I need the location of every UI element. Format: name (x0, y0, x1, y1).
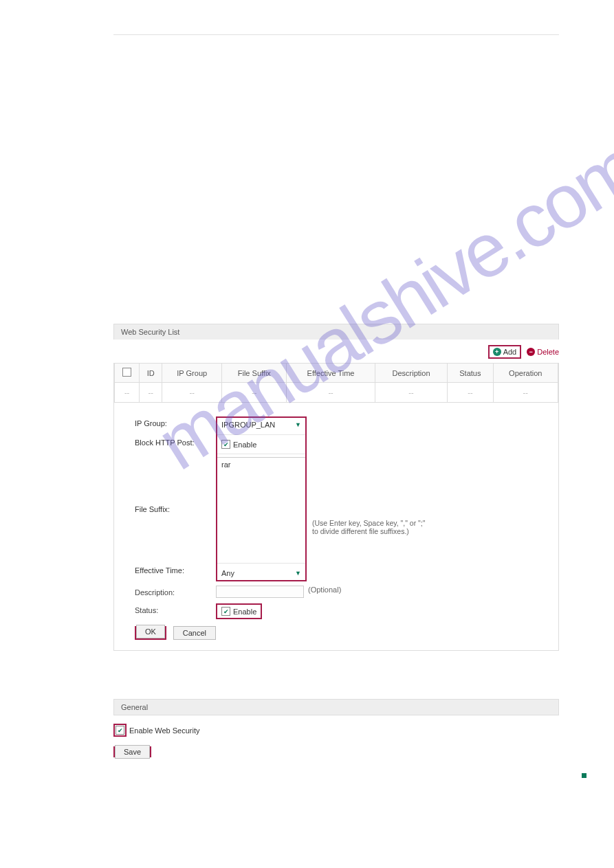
minus-icon: − (527, 348, 535, 356)
col-effectivetime: Effective Time (287, 364, 375, 383)
web-security-panel-body: ID IP Group File Suffix Effective Time D… (113, 363, 559, 651)
col-status: Status (448, 364, 493, 383)
cell-empty: -- (162, 383, 222, 403)
cancel-button[interactable]: Cancel (173, 626, 216, 640)
chevron-down-icon: ▼ (295, 421, 301, 428)
block-http-label: Block HTTP Post: (135, 436, 216, 455)
status-checkbox[interactable]: ✔ (221, 607, 230, 616)
cell-empty: -- (140, 383, 162, 403)
status-enable-label: Enable (233, 608, 256, 616)
select-all-checkbox[interactable] (122, 368, 131, 377)
cell-empty: -- (287, 383, 375, 403)
table-row: -- -- -- -- -- -- -- -- (115, 383, 558, 403)
cell-empty: -- (375, 383, 448, 403)
cell-empty: -- (115, 383, 140, 403)
general-panel-title: General (113, 699, 559, 715)
description-label: Description: (135, 586, 216, 597)
description-input[interactable] (216, 586, 304, 598)
cell-empty: -- (448, 383, 493, 403)
cell-empty: -- (222, 383, 287, 403)
block-http-checkbox-row: ✔ Enable (217, 438, 305, 451)
ip-group-label: IP Group: (135, 416, 216, 436)
block-http-checkbox[interactable]: ✔ (221, 440, 230, 449)
save-button[interactable]: Save (115, 745, 150, 759)
form-area: IP Group: Block HTTP Post: File Suffix: … (114, 403, 558, 650)
toolbar: + Add − Delete (113, 340, 559, 363)
effective-time-dropdown[interactable]: Any ▼ (217, 566, 305, 580)
status-checkbox-row: ✔ Enable (217, 605, 261, 618)
web-security-panel-title: Web Security List (113, 324, 559, 340)
page-marker (582, 773, 586, 778)
ok-button[interactable]: OK (136, 625, 165, 638)
block-http-enable-label: Enable (233, 441, 256, 449)
cell-empty: -- (493, 383, 558, 403)
col-checkbox (115, 364, 140, 383)
effective-time-label: Effective Time: (135, 564, 216, 583)
enable-web-security-checkbox[interactable]: ✔ (116, 726, 124, 735)
enable-web-security-label: Enable Web Security (129, 726, 200, 735)
file-suffix-textarea[interactable]: rar (217, 457, 305, 560)
add-button-label: Add (503, 348, 517, 356)
ip-group-value: IPGROUP_LAN (221, 421, 275, 429)
web-security-table: ID IP Group File Suffix Effective Time D… (114, 363, 558, 403)
description-optional: (Optional) (308, 586, 341, 594)
col-filesuffix: File Suffix (222, 364, 287, 383)
ip-group-dropdown[interactable]: IPGROUP_LAN ▼ (217, 418, 305, 432)
file-suffix-label: File Suffix: (135, 455, 216, 564)
delete-button-label: Delete (537, 348, 559, 356)
col-ipgroup: IP Group (162, 364, 222, 383)
plus-icon: + (493, 348, 501, 356)
add-button[interactable]: + Add (488, 345, 522, 359)
col-operation: Operation (493, 364, 558, 383)
general-panel-body: ✔ Enable Web Security Save (113, 715, 559, 764)
effective-time-value: Any (221, 569, 234, 577)
chevron-down-icon: ▼ (295, 570, 301, 577)
status-label: Status: (135, 603, 216, 614)
col-id: ID (140, 364, 162, 383)
file-suffix-hint: (Use Enter key, Space key, "," or ";" to… (312, 519, 429, 535)
col-description: Description (375, 364, 448, 383)
delete-button[interactable]: − Delete (527, 345, 559, 359)
top-divider (113, 34, 559, 35)
